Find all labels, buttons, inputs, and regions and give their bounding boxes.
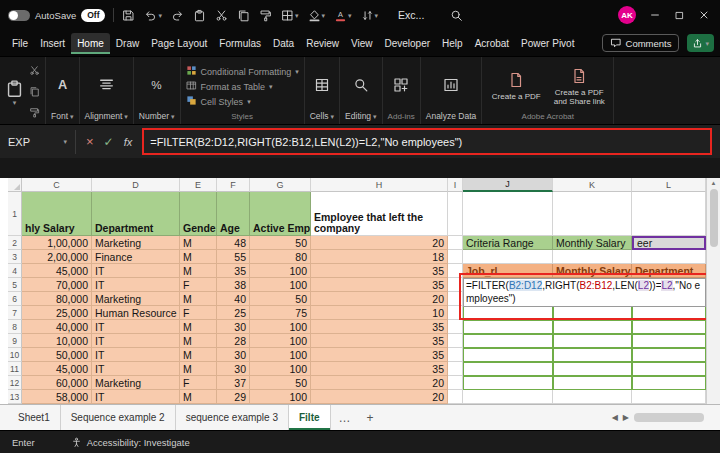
cell-H10[interactable]: 35 [311, 348, 448, 362]
column-header-G[interactable]: G [250, 178, 311, 192]
cell-E8[interactable]: M [180, 320, 217, 334]
cell-L8[interactable] [632, 320, 706, 334]
save-icon[interactable] [122, 9, 135, 22]
column-header-I[interactable]: I [448, 178, 463, 192]
cell-F8[interactable]: 30 [217, 320, 250, 334]
cell-J8[interactable] [463, 320, 553, 334]
cell-H13[interactable]: 20 [311, 390, 448, 404]
cell-D12[interactable]: Marketing [92, 376, 180, 390]
row-header-9[interactable]: 9 [8, 334, 22, 348]
tab-review[interactable]: Review [300, 33, 345, 54]
cell-D3[interactable]: Finance [92, 250, 180, 264]
sheet-tab-sequence-example-3[interactable]: sequence example 3 [176, 405, 289, 430]
cell-H7[interactable]: 10 [311, 306, 448, 320]
sheet-tab-sheet1[interactable]: Sheet1 [8, 405, 61, 430]
cell-C13[interactable]: 58,000 [22, 390, 92, 404]
cell-edit-overlay[interactable]: =FILTER(B2:D12,RIGHT(B2:B12,LEN(L2))=L2,… [463, 278, 706, 307]
copy-icon[interactable] [237, 9, 250, 22]
tab-power-pivot[interactable]: Power Pivot [515, 33, 580, 54]
accessibility-status[interactable]: Accessibility: Investigate [71, 437, 190, 448]
cell-I3[interactable] [448, 250, 463, 264]
cell-K12[interactable] [553, 376, 632, 390]
cell-K9[interactable] [553, 334, 632, 348]
cell-D10[interactable]: IT [92, 348, 180, 362]
cell-E7[interactable]: F [180, 306, 217, 320]
tab-formulas[interactable]: Formulas [213, 33, 267, 54]
cell-K2[interactable]: Monthly Salary [553, 236, 632, 250]
cell-C9[interactable]: 10,000 [22, 334, 92, 348]
cell-I1[interactable] [448, 192, 463, 236]
cell-F6[interactable]: 40 [217, 292, 250, 306]
tab-draw[interactable]: Draw [110, 33, 145, 54]
cell-C4[interactable]: 45,000 [22, 264, 92, 278]
sheet-tab-sequence-example-2[interactable]: Sequence example 2 [61, 405, 176, 430]
cell-D11[interactable]: IT [92, 362, 180, 376]
row-header-4[interactable]: 4 [8, 264, 22, 278]
autosave-switch-icon[interactable] [8, 10, 30, 21]
cell-E11[interactable]: M [180, 362, 217, 376]
row-header-12[interactable]: 12 [8, 376, 22, 390]
column-header-C[interactable]: C [22, 178, 92, 192]
tab-insert[interactable]: Insert [34, 33, 71, 54]
cell-D13[interactable]: IT [92, 390, 180, 404]
cell-K7[interactable] [553, 306, 632, 320]
cell-D8[interactable]: IT [92, 320, 180, 334]
cell-C2[interactable]: 1,00,000 [22, 236, 92, 250]
insert-function-icon[interactable]: fx [124, 136, 133, 148]
cell-G7[interactable]: 75 [250, 306, 311, 320]
cell-L12[interactable] [632, 376, 706, 390]
cell-E12[interactable]: F [180, 376, 217, 390]
cell-D2[interactable]: Marketing [92, 236, 180, 250]
row-header-11[interactable]: 11 [8, 362, 22, 376]
cell-F1[interactable]: Age [217, 192, 250, 236]
cell-K1[interactable] [553, 192, 632, 236]
cell-I2[interactable] [448, 236, 463, 250]
cell-D4[interactable]: IT [92, 264, 180, 278]
cell-K4[interactable]: Monthly Salary [553, 264, 632, 278]
cell-I4[interactable] [448, 264, 463, 278]
enter-icon[interactable]: ✓ [104, 135, 114, 149]
horizontal-scrollbar[interactable]: ◀ ▶ [612, 405, 720, 430]
sort-icon[interactable]: ▾ [361, 9, 379, 22]
redo-icon[interactable] [171, 9, 184, 22]
scroll-left-icon[interactable]: ◀ [612, 413, 618, 422]
cell-I6[interactable] [448, 292, 463, 306]
cells-icon[interactable] [314, 77, 330, 97]
column-header-J[interactable]: J [463, 178, 553, 192]
cell-D6[interactable]: Marketing [92, 292, 180, 306]
row-header-8[interactable]: 8 [8, 320, 22, 334]
font-big-icon[interactable]: A [54, 76, 71, 97]
column-header-E[interactable]: E [180, 178, 217, 192]
cell-E10[interactable]: M [180, 348, 217, 362]
row-header-5[interactable]: 5 [8, 278, 22, 292]
create-a-pdf-and-share-link-button[interactable]: Create a PDF and Share link [550, 68, 608, 106]
cell-F2[interactable]: 48 [217, 236, 250, 250]
cell-C8[interactable]: 40,000 [22, 320, 92, 334]
cell-J13[interactable] [463, 390, 553, 404]
cell-K13[interactable] [553, 390, 632, 404]
tab-help[interactable]: Help [436, 33, 469, 54]
cell-H12[interactable]: 20 [311, 376, 448, 390]
cell-C12[interactable]: 60,000 [22, 376, 92, 390]
cell-J12[interactable] [463, 376, 553, 390]
row-header-1[interactable]: 1 [8, 192, 22, 236]
column-header-D[interactable]: D [92, 178, 180, 192]
addins-icon[interactable] [393, 77, 409, 97]
copy-icon[interactable] [29, 83, 40, 101]
sheet-tab-filte[interactable]: Filte [289, 405, 331, 430]
cell-H9[interactable]: 35 [311, 334, 448, 348]
column-header-L[interactable]: L [632, 178, 706, 192]
minimize-button[interactable] [649, 9, 661, 21]
cell-E9[interactable]: M [180, 334, 217, 348]
cell-L10[interactable] [632, 348, 706, 362]
cell-I13[interactable] [448, 390, 463, 404]
cell-G1[interactable]: Active Emp [250, 192, 311, 236]
cell-K10[interactable] [553, 348, 632, 362]
cell-G3[interactable]: 80 [250, 250, 311, 264]
cell-F5[interactable]: 38 [217, 278, 250, 292]
number-icon[interactable]: % [148, 76, 165, 97]
cell-C5[interactable]: 70,000 [22, 278, 92, 292]
cell-E3[interactable]: M [180, 250, 217, 264]
paste-button[interactable]: ▾ [5, 79, 24, 106]
row-header-2[interactable]: 2 [8, 236, 22, 250]
